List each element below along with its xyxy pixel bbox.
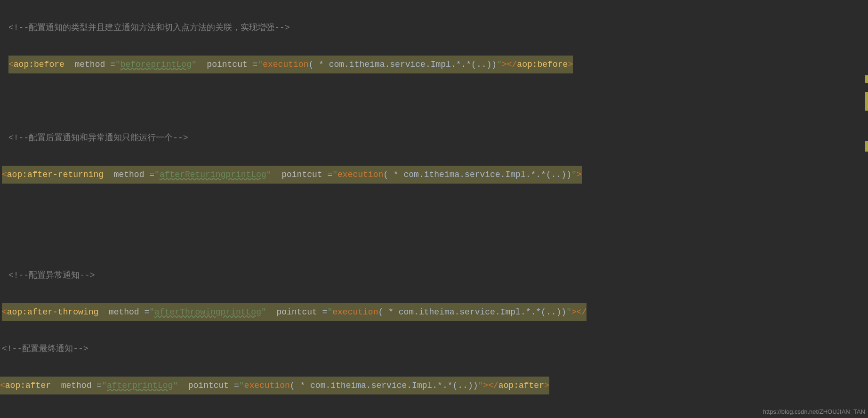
xml-comment: <!--配置最终通知--> xyxy=(2,344,88,354)
attr-method: method xyxy=(61,381,92,390)
close-tag-open: </ xyxy=(507,60,517,69)
equals: = xyxy=(253,60,258,69)
expr-body: com.itheima.service.Impl.*.*(..)) xyxy=(329,60,497,69)
bracket-open: < xyxy=(2,307,7,317)
bracket-close: > xyxy=(571,307,577,317)
attr-pointcut: pointcut xyxy=(207,60,247,69)
close-tag-open: </ xyxy=(577,307,587,317)
code-line: <aop:after-throwing method ="afterThrowi… xyxy=(0,303,868,321)
tag-aop-after-close: aop:after xyxy=(498,381,544,390)
code-editor[interactable]: <!--配置通知的类型并且建立通知方法和切入点方法的关联，实现增强--> <ao… xyxy=(0,0,868,418)
quote-close: " xyxy=(261,307,266,317)
expr-body: com.itheima.service.Impl.*.*(..)) xyxy=(403,170,571,179)
quote-close: " xyxy=(566,307,571,317)
highlight-span: <aop:before method ="beforeprintLog" poi… xyxy=(8,56,573,73)
expr-body: com.itheima.service.Impl.*.*(..)) xyxy=(399,307,566,317)
code-line: <aop:after-returning method ="afterRetur… xyxy=(0,166,868,184)
bracket-open: < xyxy=(8,60,14,69)
code-line: <!--配置最终通知--> xyxy=(0,340,868,358)
code-line: <!--配置后置通知和异常通知只能运行一个--> xyxy=(0,129,868,147)
highlight-span: <aop:after method ="afterprintLog" point… xyxy=(0,377,549,394)
bracket-close: > xyxy=(544,381,549,390)
quote-open: " xyxy=(332,170,338,179)
tag-aop-after-returning: aop:after-returning xyxy=(7,170,104,179)
quote-close: " xyxy=(497,60,502,69)
code-line: <aop:after method ="afterprintLog" point… xyxy=(0,377,868,394)
blank-line xyxy=(0,202,868,220)
quote-open: " xyxy=(154,170,160,179)
expr-open: ( * xyxy=(383,170,403,179)
quote-close: " xyxy=(192,60,197,69)
bracket-close: > xyxy=(577,170,582,179)
quote-close: " xyxy=(571,170,577,179)
method-value: afterprintLog xyxy=(107,381,173,390)
tag-aop-after-throwing: aop:after-throwing xyxy=(7,307,98,317)
bracket-open: < xyxy=(2,170,7,179)
attr-pointcut: pointcut xyxy=(281,170,322,179)
xml-comment: <!--配置后置通知和异常通知只能运行一个--> xyxy=(8,133,188,143)
blank-line xyxy=(0,413,868,418)
execution-keyword: execution xyxy=(332,307,378,317)
bracket-close: > xyxy=(568,60,573,69)
quote-open: " xyxy=(257,60,263,69)
quote-open: " xyxy=(239,381,244,390)
editor-marker xyxy=(865,92,868,111)
quote-open: " xyxy=(149,307,154,317)
equals: = xyxy=(110,60,115,69)
highlight-span: <aop:after-returning method ="afterRetur… xyxy=(2,166,582,184)
expr-open: ( * xyxy=(308,60,329,69)
highlight-span: <aop:after-throwing method ="afterThrowi… xyxy=(2,303,587,321)
tag-aop-before: aop:before xyxy=(14,60,64,69)
code-line: <!--配置异常通知--> xyxy=(0,266,868,284)
quote-open: " xyxy=(115,60,121,69)
equals: = xyxy=(327,170,332,179)
equals: = xyxy=(149,170,154,179)
method-value: afterThrowingprintLog xyxy=(154,307,261,317)
tag-aop-before-close: aop:before xyxy=(517,60,568,69)
attr-method: method xyxy=(74,60,105,69)
execution-keyword: execution xyxy=(263,60,308,69)
close-tag-open: </ xyxy=(488,381,498,390)
xml-comment: <!--配置通知的类型并且建立通知方法和切入点方法的关联，实现增强--> xyxy=(8,23,290,32)
execution-keyword: execution xyxy=(338,170,383,179)
bracket-close: > xyxy=(483,381,488,390)
quote-close: " xyxy=(173,381,178,390)
bracket-close: > xyxy=(502,60,507,69)
method-value: beforeprintLog xyxy=(121,60,192,69)
xml-comment: <!--配置异常通知--> xyxy=(8,271,95,280)
expr-body: com.itheima.service.Impl.*.*(..)) xyxy=(310,381,478,390)
equals: = xyxy=(234,381,239,390)
quote-close: " xyxy=(478,381,483,390)
quote-open: " xyxy=(327,307,332,317)
equals: = xyxy=(144,307,149,317)
tag-aop-after: aop:after xyxy=(5,381,51,390)
attr-method: method xyxy=(114,170,145,179)
editor-marker xyxy=(865,141,868,152)
blank-line xyxy=(0,230,868,248)
equals: = xyxy=(322,307,328,317)
execution-keyword: execution xyxy=(244,381,290,390)
bracket-open: < xyxy=(0,381,5,390)
code-line: <!--配置通知的类型并且建立通知方法和切入点方法的关联，实现增强--> xyxy=(0,19,868,37)
editor-marker xyxy=(865,75,868,83)
expr-open: ( * xyxy=(378,307,398,317)
quote-open: " xyxy=(102,381,107,390)
blank-line xyxy=(0,92,868,110)
quote-close: " xyxy=(266,170,272,179)
attr-pointcut: pointcut xyxy=(276,307,317,317)
watermark-text: https://blog.csdn.net/ZHOUJIAN_TAN xyxy=(763,408,865,415)
expr-open: ( * xyxy=(290,381,310,390)
attr-pointcut: pointcut xyxy=(188,381,229,390)
attr-method: method xyxy=(109,307,139,317)
equals: = xyxy=(96,381,102,390)
method-value: afterReturingprintLog xyxy=(160,170,266,179)
code-line: <aop:before method ="beforeprintLog" poi… xyxy=(0,56,868,73)
